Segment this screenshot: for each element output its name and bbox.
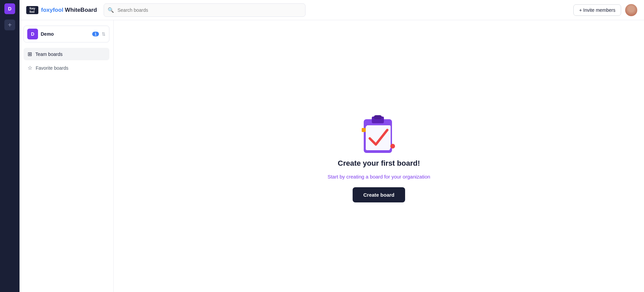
main-wrapper: foxyfool foxyfool WhiteBoard 🔍 + Invite … [20, 0, 644, 292]
favorite-boards-icon: ☆ [28, 65, 32, 71]
empty-state-subtitle: Start by creating a board for your organ… [327, 173, 430, 181]
search-bar: 🔍 [104, 3, 306, 17]
team-boards-icon: ⊞ [28, 51, 32, 57]
sidebar: D Demo 1 ⇅ ⊞ Team boards ☆ Favorite boar… [20, 20, 114, 292]
app-title: foxyfool WhiteBoard [41, 7, 97, 13]
sidebar-item-label-team-boards: Team boards [35, 52, 63, 57]
logo-icon: foxyfool [26, 6, 38, 14]
main-content: Create your first board! Start by creati… [114, 20, 644, 292]
strip-user-avatar[interactable]: D [4, 3, 15, 14]
search-input[interactable] [104, 3, 306, 17]
workspace-badge: 1 [92, 32, 99, 36]
clipboard-illustration [357, 110, 401, 154]
header: foxyfool foxyfool WhiteBoard 🔍 + Invite … [20, 0, 644, 20]
app-strip: D + [0, 0, 20, 292]
user-avatar[interactable] [625, 4, 637, 16]
sidebar-item-favorite-boards[interactable]: ☆ Favorite boards [24, 62, 109, 74]
create-board-button[interactable]: Create board [353, 187, 405, 202]
workspace-selector[interactable]: D Demo 1 ⇅ [24, 26, 109, 42]
workspace-name: Demo [41, 31, 90, 37]
search-icon: 🔍 [108, 7, 114, 13]
sidebar-item-team-boards[interactable]: ⊞ Team boards [24, 48, 109, 60]
svg-point-6 [390, 144, 395, 149]
logo-area: foxyfool foxyfool WhiteBoard [26, 6, 97, 14]
svg-rect-5 [362, 128, 366, 132]
svg-rect-2 [374, 115, 382, 119]
svg-rect-4 [366, 125, 391, 149]
empty-state-title: Create your first board! [338, 159, 420, 168]
content-area: D Demo 1 ⇅ ⊞ Team boards ☆ Favorite boar… [20, 20, 644, 292]
invite-members-button[interactable]: + Invite members [573, 4, 621, 16]
chevron-icon: ⇅ [102, 31, 106, 37]
header-right: + Invite members [573, 4, 637, 16]
add-workspace-button[interactable]: + [4, 20, 15, 30]
workspace-icon: D [27, 29, 38, 39]
sidebar-item-label-favorite-boards: Favorite boards [36, 65, 68, 71]
empty-state: Create your first board! Start by creati… [327, 110, 430, 203]
